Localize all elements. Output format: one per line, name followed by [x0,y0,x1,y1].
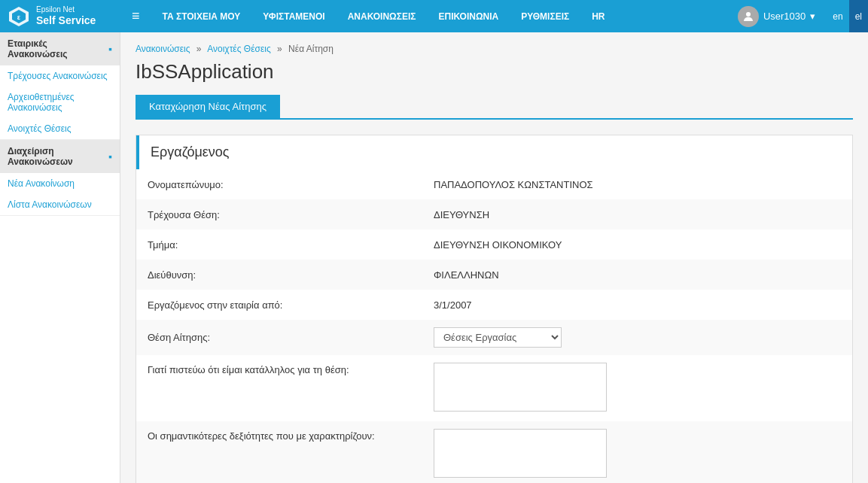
nav-settings[interactable]: ΡΥΘΜΙΣΕΙΣ [510,0,580,32]
form-row-employee-since: Εργαζόμενος στην εταιρία από: 3/1/2007 [136,290,852,320]
value-key-skills [422,421,852,483]
nav-menu: ≡ ΤΑ ΣΤΟΙΧΕΙΑ ΜΟΥ ΥΦΙΣΤΑΜΕΝΟΙ ΑΝΑΚΟΙΝΩΣΕ… [120,0,726,32]
main-content: Ανακοινώσεις » Ανοιχτές Θέσεις » Νέα Αίτ… [120,32,868,483]
value-current-position: ΔΙΕΥΘΥΝΣΗ [422,202,852,228]
user-name: User1030 [763,11,806,22]
label-full-name: Ονοματεπώνυμο: [136,172,422,198]
lang-en-button[interactable]: en [827,0,848,32]
label-department: Τμήμα: [136,232,422,258]
label-key-skills: Οι σημαντικότερες δεξιότητες που με χαρα… [136,421,422,449]
sidebar-item-open-positions[interactable]: Ανοιχτές Θέσεις [0,118,120,139]
nav-my-details[interactable]: ΤΑ ΣΤΟΙΧΕΙΑ ΜΟΥ [151,0,252,32]
nav-contact[interactable]: ΕΠΙΚΟΙΝΩΝΙΑ [427,0,510,32]
lang-el-button[interactable]: el [849,0,868,32]
logo-text: Epsilon Net Self Service [36,5,96,27]
sidebar-item-archived-announcements[interactable]: Αρχειοθετημένες Ανακοινώσεις [0,87,120,118]
form-row-why-suitable: Γιατί πιστεύω ότι είμαι κατάλληλος για τ… [136,355,852,421]
form-section-employee: Εργαζόμενος Ονοματεπώνυμο: ΠΑΠΑΔΟΠΟΥΛΟΣ … [136,135,853,483]
form-row-application-position: Θέση Αίτησης: Θέσεις Εργασίας [136,320,852,355]
logo-icon: ε [8,5,30,28]
toggle-icon-manage: ▪ [108,150,112,163]
sidebar-section-manage-announcements: Διαχείριση Ανακοινώσεων ▪ Νέα Ανακοίνωση… [0,140,120,216]
sidebar-item-new-announcement[interactable]: Νέα Ανακοίνωση [0,173,120,194]
form-row-key-skills: Οι σημαντικότερες δεξιότητες που με χαρα… [136,421,852,483]
value-why-suitable [422,355,852,421]
tab-new-application[interactable]: Καταχώρηση Νέας Αίτησης [136,95,280,118]
user-dropdown-icon: ▾ [810,11,815,22]
nav-right: User1030 ▾ en el [726,0,868,32]
sidebar-item-announcement-list[interactable]: Λίστα Ανακοινώσεων [0,194,120,215]
nav-subordinates[interactable]: ΥΦΙΣΤΑΜΕΝΟΙ [251,0,336,32]
sidebar-section-header-company[interactable]: Εταιρικές Ανακοινώσεις ▪ [0,32,120,65]
breadcrumb-open-positions[interactable]: Ανοιχτές Θέσεις [207,44,271,54]
nav-announcements[interactable]: ΑΝΑΚΟΙΝΩΣΕΙΣ [337,0,428,32]
form-row-current-position: Τρέχουσα Θέση: ΔΙΕΥΘΥΝΣΗ [136,199,852,229]
logo-area: ε Epsilon Net Self Service [0,0,120,32]
select-application-position[interactable]: Θέσεις Εργασίας [434,327,562,348]
layout: Εταιρικές Ανακοινώσεις ▪ Τρέχουσες Ανακο… [0,32,868,483]
sidebar-section-header-manage[interactable]: Διαχείριση Ανακοινώσεων ▪ [0,140,120,173]
hamburger-button[interactable]: ≡ [120,0,151,32]
label-address: Διεύθυνση: [136,262,422,288]
page-title: IbSSApplication [136,60,853,84]
value-full-name: ΠΑΠΑΔΟΠΟΥΛΟΣ ΚΩΝΣΤΑΝΤΙΝΟΣ [422,172,852,198]
form-row-full-name: Ονοματεπώνυμο: ΠΑΠΑΔΟΠΟΥΛΟΣ ΚΩΝΣΤΑΝΤΙΝΟΣ [136,169,852,199]
sidebar-section-company-announcements: Εταιρικές Ανακοινώσεις ▪ Τρέχουσες Ανακο… [0,32,120,140]
toggle-icon-company: ▪ [108,43,112,55]
value-application-position: Θέσεις Εργασίας [422,320,852,355]
form-section-title: Εργαζόμενος [136,135,852,169]
svg-point-3 [746,12,751,17]
nav-hr[interactable]: HR [580,0,616,32]
sidebar: Εταιρικές Ανακοινώσεις ▪ Τρέχουσες Ανακο… [0,32,120,483]
value-address: ΦΙΛΕΛΛΗΝΩΝ [422,262,852,288]
form-row-address: Διεύθυνση: ΦΙΛΕΛΛΗΝΩΝ [136,260,852,290]
label-why-suitable: Γιατί πιστεύω ότι είμαι κατάλληλος για τ… [136,355,422,383]
header: ε Epsilon Net Self Service ≡ ΤΑ ΣΤΟΙΧΕΙΑ… [0,0,868,32]
user-menu[interactable]: User1030 ▾ [726,6,827,27]
textarea-why-suitable[interactable] [434,363,607,412]
user-avatar [738,6,759,27]
svg-text:ε: ε [17,14,21,21]
label-current-position: Τρέχουσα Θέση: [136,202,422,228]
breadcrumb-announcements[interactable]: Ανακοινώσεις [136,44,190,54]
label-employee-since: Εργαζόμενος στην εταιρία από: [136,292,422,318]
sidebar-item-current-announcements[interactable]: Τρέχουσες Ανακοινώσεις [0,65,120,87]
value-employee-since: 3/1/2007 [422,292,852,318]
form-row-department: Τμήμα: ΔΙΕΥΘΥΝΣΗ ΟΙΚΟΝΟΜΙΚΟΥ [136,229,852,260]
breadcrumb-current: Νέα Αίτηση [288,44,333,54]
textarea-key-skills[interactable] [434,429,607,478]
tab-bar: Καταχώρηση Νέας Αίτησης [136,95,853,120]
label-application-position: Θέση Αίτησης: [136,324,422,351]
value-department: ΔΙΕΥΘΥΝΣΗ ΟΙΚΟΝΟΜΙΚΟΥ [422,232,852,258]
breadcrumb: Ανακοινώσεις » Ανοιχτές Θέσεις » Νέα Αίτ… [136,44,853,54]
